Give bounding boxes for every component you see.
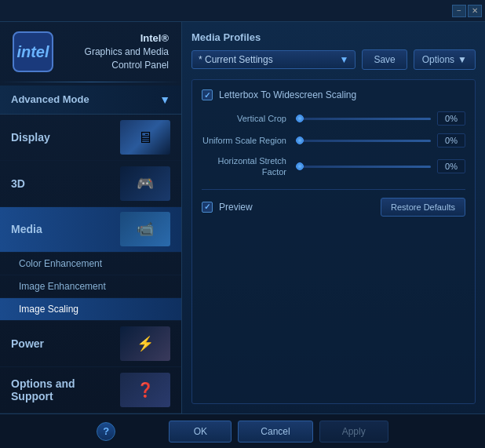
options-button[interactable]: Options ▼: [414, 49, 476, 70]
letterbox-checkbox[interactable]: [202, 89, 213, 100]
horizontal-stretch-track: [296, 166, 431, 168]
preview-checkbox-row: Preview: [202, 202, 253, 213]
sidebar-item-3d[interactable]: 3D: [0, 161, 181, 207]
restore-defaults-button[interactable]: Restore Defaults: [381, 198, 465, 217]
profile-row: * Current Settings ▼ Save Options ▼: [191, 49, 476, 70]
apply-button[interactable]: Apply: [319, 421, 388, 443]
sidebar-subitem-image-scaling[interactable]: Image Scaling: [0, 298, 181, 321]
logo-area: intel Intel® Graphics and Media Control …: [0, 22, 181, 78]
app-title-line2: Graphics and Media: [61, 46, 169, 59]
close-button[interactable]: ✕: [468, 5, 482, 17]
horizontal-stretch-label: Horizontal Stretch Factor: [202, 155, 296, 178]
intel-logo: intel: [13, 31, 53, 72]
image-scaling-label: Image Scaling: [19, 304, 78, 315]
vertical-crop-label: Vertical Crop: [202, 114, 296, 123]
sidebar-item-display[interactable]: Display: [0, 115, 181, 161]
3d-thumb-img: [120, 166, 170, 201]
uniform-scale-track: [296, 140, 431, 142]
action-bar: ? OK Cancel Apply: [0, 413, 485, 448]
uniform-scale-label: Uniform Scale Region: [202, 136, 296, 145]
uniform-scale-row: Uniform Scale Region 0%: [202, 133, 465, 148]
app-title-line3: Control Panel: [61, 59, 169, 72]
profile-dropdown-label: * Current Settings: [199, 54, 273, 65]
save-button[interactable]: Save: [362, 49, 407, 70]
display-thumb-img: [120, 120, 170, 155]
mode-selector-label: Advanced Mode: [11, 93, 89, 105]
sidebar-item-media-label: Media: [11, 223, 42, 235]
sidebar-item-display-label: Display: [11, 131, 50, 144]
letterbox-label: Letterbox To Widescreen Scaling: [219, 89, 356, 100]
sidebar: intel Intel® Graphics and Media Control …: [0, 22, 182, 413]
vertical-crop-row: Vertical Crop 0%: [202, 111, 465, 126]
letterbox-checkbox-row: Letterbox To Widescreen Scaling: [202, 89, 465, 100]
options-button-label: Options: [422, 54, 454, 65]
sidebar-item-3d-label: 3D: [11, 177, 25, 190]
preview-label: Preview: [219, 202, 253, 213]
preview-checkbox[interactable]: [202, 202, 213, 213]
sidebar-subitem-color-enhancement[interactable]: Color Enhancement: [0, 253, 181, 275]
divider-1: [0, 82, 181, 82]
media-thumbnail: [120, 212, 170, 246]
vertical-crop-value: 0%: [437, 111, 465, 126]
sidebar-item-options-label: Options and Support: [11, 377, 120, 402]
content-area: Media Profiles * Current Settings ▼ Save…: [182, 22, 485, 413]
options-dropdown-arrow-icon: ▼: [458, 54, 467, 65]
app-title-line1: Intel®: [61, 31, 169, 46]
panel-footer: Preview Restore Defaults: [202, 189, 465, 217]
media-thumb-img: [120, 212, 170, 246]
horizontal-stretch-value: 0%: [437, 159, 465, 173]
sidebar-item-options[interactable]: Options and Support: [0, 367, 181, 413]
horizontal-stretch-slider[interactable]: [296, 160, 431, 173]
sidebar-item-power[interactable]: Power: [0, 321, 181, 367]
title-bar: − ✕: [0, 0, 485, 22]
settings-panel: Letterbox To Widescreen Scaling Vertical…: [191, 79, 476, 404]
profile-dropdown[interactable]: * Current Settings ▼: [191, 50, 356, 69]
horizontal-stretch-row: Horizontal Stretch Factor 0%: [202, 155, 465, 178]
display-thumbnail: [120, 120, 170, 155]
sidebar-item-power-label: Power: [11, 337, 44, 350]
help-button[interactable]: ?: [97, 422, 115, 441]
vertical-crop-slider[interactable]: [296, 112, 431, 125]
minimize-button[interactable]: −: [452, 5, 466, 17]
mode-selector-arrow-icon: ▼: [159, 93, 170, 106]
options-thumbnail: [120, 373, 170, 407]
color-enhancement-label: Color Enhancement: [19, 258, 102, 269]
media-profiles-title: Media Profiles: [191, 31, 476, 43]
horizontal-stretch-thumb[interactable]: [296, 162, 304, 170]
cancel-button[interactable]: Cancel: [238, 421, 312, 443]
power-thumbnail: [120, 326, 170, 361]
ok-button[interactable]: OK: [169, 421, 232, 443]
uniform-scale-slider[interactable]: [296, 134, 431, 147]
sidebar-subitem-image-enhancement[interactable]: Image Enhancement: [0, 275, 181, 298]
uniform-scale-thumb[interactable]: [296, 137, 304, 144]
app-title: Intel® Graphics and Media Control Panel: [61, 31, 169, 72]
uniform-scale-value: 0%: [437, 133, 465, 148]
vertical-crop-track: [296, 118, 431, 120]
sidebar-item-media[interactable]: Media: [0, 207, 181, 253]
vertical-crop-thumb[interactable]: [296, 115, 304, 122]
3d-thumbnail: [120, 166, 170, 201]
main-layout: intel Intel® Graphics and Media Control …: [0, 22, 485, 413]
intel-logo-text: intel: [16, 43, 49, 61]
profile-dropdown-arrow-icon: ▼: [340, 54, 349, 65]
power-thumb-img: [120, 326, 170, 361]
image-enhancement-label: Image Enhancement: [19, 281, 106, 292]
options-thumb-img: [120, 373, 170, 407]
mode-selector[interactable]: Advanced Mode ▼: [0, 86, 181, 115]
